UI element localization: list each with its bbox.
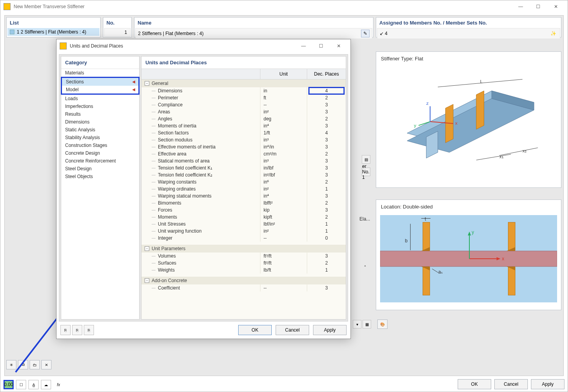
folder-button[interactable]: 🗀 <box>30 360 40 369</box>
cell-unit[interactable]: ft³/ft <box>260 253 307 260</box>
cell-unit[interactable]: kipft <box>260 214 307 221</box>
cell-unit[interactable]: in⁴ <box>260 122 307 129</box>
cell-dec[interactable]: 1 <box>307 228 346 235</box>
cell-dec[interactable]: 3 <box>307 192 346 200</box>
cell-unit[interactable]: -- <box>260 101 307 108</box>
cell-dec[interactable]: 2 <box>307 115 346 122</box>
cell-dec[interactable]: 4 <box>307 129 346 136</box>
category-materials[interactable]: Materials <box>61 69 139 77</box>
category-construction-stages[interactable]: Construction Stages <box>61 141 139 149</box>
cell-unit[interactable]: lbf/in² <box>260 221 307 228</box>
category-stability-analysis[interactable]: Stability Analysis <box>61 134 139 141</box>
category-steel-objects[interactable]: Steel Objects <box>61 173 139 180</box>
cell-dec[interactable]: 3 <box>307 108 346 115</box>
category-concrete-reinforcement[interactable]: Concrete Reinforcement <box>61 157 139 165</box>
status-icon-2[interactable]: ☐ <box>16 380 26 389</box>
category-imperfections[interactable]: Imperfections <box>61 102 139 110</box>
collapse-icon[interactable]: − <box>145 246 149 251</box>
assigned-input[interactable]: ↙ 4 ✨ <box>377 28 560 39</box>
name-input[interactable]: 2 Stiffeners | Flat (Members : 4) ✎ <box>135 28 372 39</box>
category-steel-design[interactable]: Steel Design <box>61 165 139 173</box>
cell-unit[interactable]: in³ <box>260 136 307 143</box>
maximize-button[interactable]: ☐ <box>529 1 547 12</box>
cell-dec[interactable]: 1 <box>307 267 346 274</box>
category-concrete-design[interactable]: Concrete Design <box>61 149 139 157</box>
dialog-close-button[interactable]: ✕ <box>330 41 347 51</box>
copy-settings-button-3[interactable]: ⎘ <box>84 325 94 335</box>
cell-unit[interactable]: lbfft² <box>260 200 307 207</box>
cell-dec[interactable]: 3 <box>307 284 346 291</box>
copy-settings-button-1[interactable]: ⎘ <box>60 325 71 335</box>
cell-unit[interactable]: cm²/m <box>260 150 307 157</box>
collapse-icon[interactable]: − <box>145 81 149 86</box>
cell-dec[interactable]: 2 <box>307 150 346 157</box>
category-dimensions[interactable]: Dimensions <box>61 118 139 126</box>
dialog-minimize-button[interactable]: — <box>295 41 312 51</box>
group-row[interactable]: −General <box>142 79 346 87</box>
edit-name-button[interactable]: ✎ <box>361 30 370 37</box>
cell-unit[interactable]: in² <box>260 185 307 192</box>
category-results[interactable]: Results <box>61 110 139 118</box>
cell-unit[interactable]: ft <box>260 94 307 101</box>
cell-unit[interactable]: in⁴ <box>260 192 307 200</box>
group-row[interactable]: −Unit Parameters <box>142 245 346 253</box>
cell-unit[interactable]: lb/ft <box>260 267 307 274</box>
main-ok-button[interactable]: OK <box>458 379 491 389</box>
group-row[interactable]: −Add-on Concrete <box>142 277 346 284</box>
cell-dec[interactable]: 3 <box>307 143 346 150</box>
category-static-analysis[interactable]: Static Analysis <box>61 126 139 134</box>
status-icon-3[interactable]: A̲ <box>28 380 39 389</box>
color-picker-button[interactable]: 🎨 <box>377 320 388 329</box>
peek-dropdown-icon[interactable]: ▾ <box>353 320 361 328</box>
cell-unit[interactable]: in² <box>260 108 307 115</box>
cell-dec[interactable]: 1 <box>307 221 346 228</box>
main-apply-button[interactable]: Apply <box>531 379 564 389</box>
table-body[interactable]: −GeneralDimensionsin4◀Perimeterft2Compli… <box>142 79 346 319</box>
cell-unit[interactable]: ft²/ft <box>260 260 307 267</box>
peek-icon-1[interactable]: ▤ <box>362 155 370 164</box>
cell-dec[interactable]: 3 <box>307 171 346 178</box>
cell-dec[interactable]: 4◀ <box>307 87 346 94</box>
copy-settings-button-2[interactable]: ⎘ <box>72 325 82 335</box>
cell-dec[interactable]: 2 <box>307 214 346 221</box>
cell-unit[interactable]: in⁶ <box>260 178 307 185</box>
cell-dec[interactable]: 2 <box>307 200 346 207</box>
dialog-apply-button[interactable]: Apply <box>313 325 347 335</box>
units-shortcut-button[interactable]: 0.00 <box>4 380 14 389</box>
peek-library-icon[interactable]: ▦ <box>363 320 371 328</box>
minimize-button[interactable]: — <box>512 1 529 12</box>
cell-unit[interactable]: -- <box>260 284 307 291</box>
collapse-icon[interactable]: − <box>145 278 149 283</box>
cell-dec[interactable]: 0 <box>307 235 346 242</box>
no-value[interactable]: 1 <box>104 28 131 37</box>
cell-unit[interactable]: in <box>260 87 307 94</box>
cell-unit[interactable]: deg <box>260 115 307 122</box>
cell-dec[interactable]: 2 <box>307 178 346 185</box>
cell-dec[interactable]: 3 <box>307 164 346 171</box>
cell-unit[interactable]: 1/ft <box>260 129 307 136</box>
close-button[interactable]: ✕ <box>547 1 564 12</box>
cell-dec[interactable]: 1 <box>307 185 346 192</box>
dialog-ok-button[interactable]: OK <box>238 325 272 335</box>
category-model[interactable]: Model◀ <box>62 86 138 94</box>
list-item[interactable]: 1 2 Stiffeners | Flat (Members : 4) <box>7 28 99 36</box>
cell-unit[interactable]: in² <box>260 228 307 235</box>
cell-unit[interactable]: kip <box>260 207 307 214</box>
cell-unit[interactable]: in²/lbf <box>260 171 307 178</box>
cell-unit[interactable]: -- <box>260 235 307 242</box>
copy-button[interactable]: ⧉ <box>18 360 28 369</box>
cell-dec[interactable]: 3 <box>307 253 346 260</box>
cell-unit[interactable]: in/lbf <box>260 164 307 171</box>
new-button[interactable]: ✳ <box>6 360 16 369</box>
cell-dec[interactable]: 3 <box>307 122 346 129</box>
cell-dec[interactable]: 3 <box>307 101 346 108</box>
pick-members-button[interactable]: ✨ <box>549 30 557 37</box>
delete-button[interactable]: ✕ <box>41 360 51 369</box>
cell-unit[interactable]: in³ <box>260 157 307 164</box>
cell-dec[interactable]: 3 <box>307 136 346 143</box>
status-icon-4[interactable]: ☁ <box>41 380 51 389</box>
cell-dec[interactable]: 2 <box>307 260 346 267</box>
cell-dec[interactable]: 2 <box>307 94 346 101</box>
main-cancel-button[interactable]: Cancel <box>494 379 528 389</box>
cell-unit[interactable]: in⁴/in <box>260 143 307 150</box>
